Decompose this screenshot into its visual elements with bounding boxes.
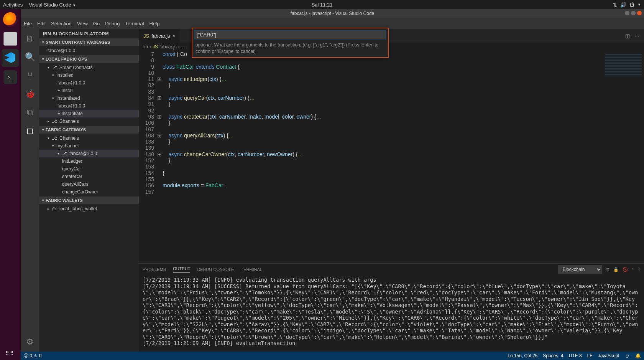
- menu-debug[interactable]: Debug: [105, 21, 120, 26]
- files-icon: [3, 32, 17, 46]
- debug-icon[interactable]: 🐞: [25, 89, 35, 99]
- tree-item[interactable]: queryAllCars: [39, 180, 139, 188]
- output-channel-select[interactable]: Blockchain: [558, 265, 602, 274]
- quick-input-field[interactable]: [194, 30, 386, 40]
- panel-tab-output[interactable]: OUTPUT: [173, 266, 190, 273]
- clock[interactable]: Sal 11:21: [312, 2, 333, 8]
- close-panel-icon[interactable]: ×: [638, 267, 640, 272]
- feedback-icon[interactable]: ☺: [625, 353, 630, 359]
- quick-input: optional: What are the arguments to the …: [192, 28, 389, 58]
- status-spaces[interactable]: Spaces: 4: [543, 353, 563, 358]
- gear-icon[interactable]: ⚙: [26, 337, 34, 352]
- quick-input-hint: optional: What are the arguments to the …: [194, 40, 386, 56]
- panel-tab-terminal[interactable]: TERMINAL: [241, 267, 262, 272]
- menu-terminal[interactable]: Terminal: [125, 21, 144, 26]
- section-localfabric[interactable]: ▾LOCAL FABRIC OPS: [39, 55, 139, 63]
- search-icon[interactable]: 🔍: [25, 52, 35, 62]
- menu-edit[interactable]: Edit: [37, 21, 46, 26]
- tree-item[interactable]: + Instantiate: [39, 110, 139, 117]
- tree-item[interactable]: fabcar@1.0.0: [39, 79, 139, 87]
- tree-item[interactable]: changeCarOwner: [39, 188, 139, 196]
- power-icon[interactable]: ⏻: [629, 2, 634, 8]
- minimap[interactable]: [602, 51, 644, 263]
- tree-item[interactable]: + Install: [39, 87, 139, 94]
- files-launcher[interactable]: [2, 30, 19, 48]
- status-eol[interactable]: LF: [587, 353, 593, 358]
- js-file-icon: JS: [143, 33, 149, 39]
- sound-icon[interactable]: 🔊: [620, 2, 626, 8]
- source-control-icon[interactable]: ⑂: [28, 71, 33, 81]
- menu-view[interactable]: View: [77, 21, 88, 26]
- minimize-button[interactable]: [625, 11, 629, 15]
- status-bar: 0 0 Ln 156, Col 25 Spaces: 4 UTF-8 LF Ja…: [21, 352, 644, 360]
- clear-output-icon[interactable]: 🚫: [623, 267, 628, 272]
- tree-item[interactable]: queryCar: [39, 165, 139, 173]
- menu-selection[interactable]: Selection: [51, 21, 71, 26]
- side-panel: IBM BLOCKCHAIN PLATFORM ▾SMART CONTRACT …: [39, 29, 139, 352]
- tree-item[interactable]: ▾Instantiated: [39, 94, 139, 102]
- activity-bar: 🗎 🔍 ⑂ 🐞 ⧉ ◻ ⚙: [21, 29, 39, 352]
- tree-item[interactable]: ▾⎇Smart Contracts: [39, 64, 139, 71]
- explorer-icon[interactable]: 🗎: [26, 34, 34, 44]
- tree-item[interactable]: ▾⎇Channels: [39, 134, 139, 142]
- tab-label: fabcar.js: [151, 33, 170, 39]
- output-body[interactable]: [7/2/2019 11:19:33 AM] [INFO] evaluating…: [139, 275, 644, 352]
- section-wallets[interactable]: ▾FABRIC WALLETS: [39, 197, 139, 204]
- terminal-icon: >_: [3, 70, 17, 84]
- tree-item[interactable]: createCar: [39, 173, 139, 180]
- menu-go[interactable]: Go: [93, 21, 100, 26]
- tab-fabcar[interactable]: JS fabcar.js ×: [139, 29, 180, 43]
- vscode-window: fabcar.js - javascript - Visual Studio C…: [21, 9, 644, 360]
- maximize-panel-icon[interactable]: ^: [632, 267, 634, 272]
- section-gateways[interactable]: ▾FABRIC GATEWAYS: [39, 126, 139, 134]
- more-actions-icon[interactable]: ⋯: [634, 33, 639, 39]
- window-titlebar: fabcar.js - javascript - Visual Studio C…: [21, 9, 644, 18]
- tree-item[interactable]: ▸⎇Channels: [39, 117, 139, 125]
- split-editor-icon[interactable]: ◫: [625, 33, 630, 39]
- status-encoding[interactable]: UTF-8: [569, 353, 582, 358]
- show-apps-icon[interactable]: ⠿⠿: [5, 350, 15, 356]
- tab-close-icon[interactable]: ×: [172, 33, 176, 39]
- status-language[interactable]: JavaScript: [598, 353, 619, 358]
- tree-item[interactable]: initLedger: [39, 157, 139, 165]
- vscode-launcher[interactable]: [2, 49, 19, 67]
- gnome-top-panel: Activities Visual Studio Code ▼ Sal 11:2…: [0, 0, 644, 9]
- output-lock-icon[interactable]: 🔒: [613, 267, 619, 272]
- ibm-blockchain-icon[interactable]: ◻: [26, 126, 33, 136]
- status-position[interactable]: Ln 156, Col 25: [508, 353, 537, 358]
- panel-tab-problems[interactable]: PROBLEMS: [143, 267, 166, 272]
- firefox-icon: [3, 12, 18, 27]
- tree-item[interactable]: ▾mychannel: [39, 142, 139, 150]
- tree-item[interactable]: ▾⎇fabcar@1.0.0: [39, 150, 139, 157]
- tree-item[interactable]: ▾Installed: [39, 71, 139, 79]
- js-file-icon: JS: [153, 44, 158, 50]
- bottom-panel: PROBLEMSOUTPUTDEBUG CONSOLETERMINALBlock…: [139, 263, 644, 352]
- firefox-launcher[interactable]: [2, 11, 19, 28]
- code-editor[interactable]: 7 8 9 10 11 82 83 84 91 92 93 106 107 10…: [139, 51, 644, 263]
- window-title: fabcar.js - javascript - Visual Studio C…: [291, 11, 375, 16]
- status-errors[interactable]: 0 0: [24, 353, 41, 359]
- app-menu[interactable]: Visual Studio Code ▼: [27, 2, 76, 8]
- menu-help[interactable]: Help: [150, 21, 160, 26]
- panel-tabs: PROBLEMSOUTPUTDEBUG CONSOLETERMINALBlock…: [139, 264, 644, 275]
- maximize-button[interactable]: [631, 11, 636, 15]
- tree-item[interactable]: fabcar@1.0.0: [39, 102, 139, 110]
- terminal-launcher[interactable]: >_: [2, 68, 19, 86]
- tree-item[interactable]: ▸🗀local_fabric_wallet: [39, 205, 139, 213]
- network-icon[interactable]: ⇅: [613, 2, 617, 8]
- menu-file[interactable]: File: [24, 21, 32, 26]
- extensions-icon[interactable]: ⧉: [27, 107, 33, 117]
- editor-group: JS fabcar.js × ◫ ⋯ lib› JSfabcar.js› ...…: [139, 29, 644, 352]
- panel-tab-debug-console[interactable]: DEBUG CONSOLE: [197, 267, 234, 272]
- close-button[interactable]: [637, 11, 642, 15]
- system-menu-icon[interactable]: ▼: [637, 3, 641, 7]
- dock: >_ ⠿⠿: [0, 9, 21, 360]
- notifications-icon[interactable]: 🔔: [635, 353, 641, 358]
- output-filter-icon[interactable]: ≣: [606, 267, 610, 272]
- panel-title: IBM BLOCKCHAIN PLATFORM: [39, 29, 139, 38]
- tree-item[interactable]: fabcar@1.0.0: [39, 47, 139, 54]
- activities-button[interactable]: Activities: [3, 2, 23, 8]
- section-packages[interactable]: ▾SMART CONTRACT PACKAGES: [39, 38, 139, 46]
